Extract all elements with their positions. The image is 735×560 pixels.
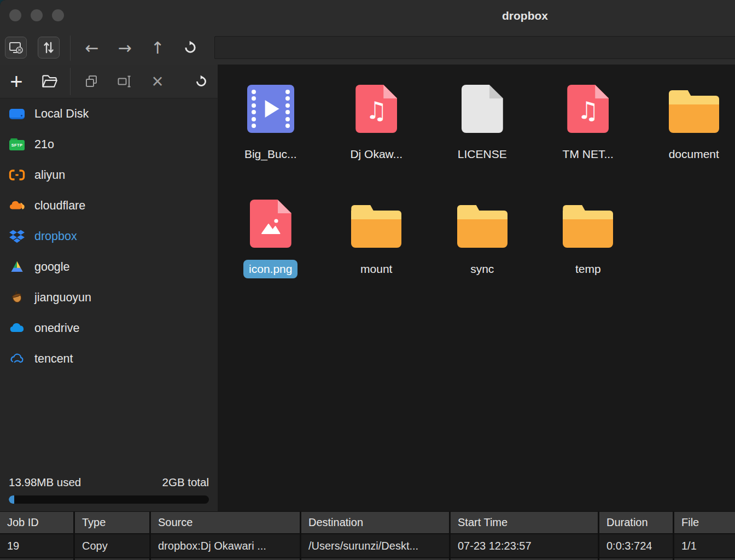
dropbox-logo-icon xyxy=(9,228,25,244)
fullscreen-window-button[interactable] xyxy=(52,9,64,21)
main-toolbar: ← → ↑ xyxy=(0,32,735,65)
refresh-button[interactable] xyxy=(179,37,201,59)
refresh-list-button[interactable] xyxy=(190,71,212,92)
file-item[interactable]: icon.png xyxy=(218,199,324,313)
file-item[interactable]: ♫ TM NET... xyxy=(535,84,641,199)
copy-button[interactable] xyxy=(80,71,102,92)
delete-button[interactable]: × xyxy=(147,71,168,92)
jobs-table: Job ID Type Source Destination Start Tim… xyxy=(0,511,735,560)
column-header-source: Source xyxy=(151,512,300,533)
column-header-duration: Duration xyxy=(599,512,673,533)
sidebar-item-dropbox[interactable]: dropbox xyxy=(0,221,218,252)
sidebar-item-aliyun[interactable]: aliyun xyxy=(0,160,218,190)
file-name: Dj Okaw... xyxy=(345,145,408,164)
refresh-icon xyxy=(194,74,208,89)
back-button[interactable]: ← xyxy=(81,37,103,59)
titlebar: dropbox xyxy=(0,0,735,32)
app-window: dropbox xyxy=(0,0,735,560)
close-window-button[interactable] xyxy=(9,9,21,21)
sidebar-item-21o[interactable]: SFTP 21o xyxy=(0,129,218,160)
column-header-start-time: Start Time xyxy=(451,512,598,533)
folder-icon xyxy=(351,205,401,248)
sidebar-item-label: aliyun xyxy=(34,168,65,182)
window-title: dropbox xyxy=(502,0,548,32)
sidebar-item-label: 21o xyxy=(34,138,54,151)
sidebar-item-jianguoyun[interactable]: jianguoyun xyxy=(0,282,218,313)
column-header-destination: Destination xyxy=(301,512,449,533)
sftp-folder-icon: SFTP xyxy=(9,136,25,153)
job-cell-destination: /Users/surunzi/Deskt... xyxy=(301,534,449,557)
mount-device-button[interactable] xyxy=(5,37,27,59)
job-cell-job-id: 19 xyxy=(0,534,73,557)
file-item[interactable]: sync xyxy=(429,199,535,313)
sidebar-item-label: tencent xyxy=(34,352,73,366)
play-icon xyxy=(265,100,279,118)
file-item[interactable]: mount xyxy=(324,199,430,313)
file-item[interactable]: Big_Buc... xyxy=(218,84,324,199)
cloudflare-cloud-icon xyxy=(9,197,25,214)
open-folder-icon xyxy=(40,72,59,91)
mountain-photo-icon xyxy=(258,216,283,236)
sidebar-item-label: jianguoyun xyxy=(34,291,91,305)
up-button[interactable]: ↑ xyxy=(147,37,168,59)
onedrive-cloud-icon xyxy=(9,320,25,336)
file-item[interactable]: document xyxy=(641,84,735,199)
sidebar-item-google[interactable]: google xyxy=(0,252,218,282)
open-folder-button[interactable] xyxy=(38,71,60,92)
sidebar-item-onedrive[interactable]: onedrive xyxy=(0,313,218,343)
sidebar-item-label: onedrive xyxy=(34,322,79,335)
file-name-selected: icon.png xyxy=(243,260,298,278)
sidebar-item-label: dropbox xyxy=(34,230,77,243)
sort-button[interactable] xyxy=(38,37,60,59)
window-controls xyxy=(9,9,64,21)
tencent-cloud-icon xyxy=(9,351,25,367)
storage-info: 13.98MB used 2GB total xyxy=(0,476,218,511)
file-grid: Big_Buc... ♫ Dj Okaw... LICENSE xyxy=(218,65,735,511)
monitor-mount-icon xyxy=(8,39,24,56)
image-file-icon xyxy=(250,200,291,248)
job-cell-type: Copy xyxy=(75,534,149,557)
google-drive-icon xyxy=(9,259,25,275)
acorn-icon xyxy=(9,289,25,306)
storage-progress-fill xyxy=(9,495,14,504)
local-disk-icon xyxy=(9,106,25,122)
aliyun-brackets-icon xyxy=(9,167,25,183)
close-x-icon: × xyxy=(151,71,163,92)
left-pane: + xyxy=(0,65,218,511)
file-name: sync xyxy=(465,260,499,278)
job-cell-file: 1/1 xyxy=(674,534,735,557)
toolbar-separator xyxy=(70,36,71,61)
file-name: temp xyxy=(570,260,606,278)
file-name: LICENSE xyxy=(452,145,512,164)
column-header-type: Type xyxy=(75,512,149,533)
file-name: document xyxy=(663,145,725,164)
file-item[interactable]: LICENSE xyxy=(429,84,535,199)
sidebar-item-local-disk[interactable]: Local Disk xyxy=(0,98,218,129)
music-note-icon: ♫ xyxy=(578,96,599,124)
toolbar-separator xyxy=(70,68,71,95)
sidebar-item-cloudflare[interactable]: cloudflare xyxy=(0,190,218,221)
file-item[interactable]: ♫ Dj Okaw... xyxy=(324,84,430,199)
sidebar-list: Local Disk SFTP 21o xyxy=(0,98,218,374)
copy-icon xyxy=(84,74,99,89)
sidebar-item-label: cloudflare xyxy=(34,199,85,213)
storage-used-label: 13.98MB used xyxy=(9,476,81,489)
minimize-window-button[interactable] xyxy=(31,9,43,21)
file-name: mount xyxy=(355,260,398,278)
address-input[interactable] xyxy=(214,36,735,59)
music-note-icon: ♫ xyxy=(366,96,387,124)
sidebar-item-tencent[interactable]: tencent xyxy=(0,343,218,374)
job-cell-start-time: 07-23 12:23:57 xyxy=(451,534,598,557)
forward-arrow-icon: → xyxy=(118,38,131,57)
rename-icon xyxy=(116,73,133,90)
rename-button[interactable] xyxy=(114,71,136,92)
video-file-icon xyxy=(247,85,294,133)
job-cell-duration: 0:0:3:724 xyxy=(599,534,673,557)
plus-icon: + xyxy=(10,71,22,92)
file-item[interactable]: temp xyxy=(535,199,641,313)
new-connection-button[interactable]: + xyxy=(5,71,27,92)
forward-button[interactable]: → xyxy=(114,37,136,59)
audio-file-icon: ♫ xyxy=(567,85,609,133)
storage-total-label: 2GB total xyxy=(162,476,209,489)
sidebar-item-label: google xyxy=(34,260,70,274)
